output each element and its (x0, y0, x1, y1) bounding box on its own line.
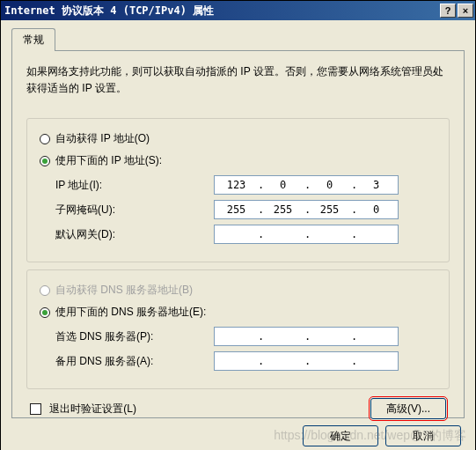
window-title: Internet 协议版本 4 (TCP/IPv4) 属性 (4, 4, 438, 18)
radio-auto-ip-label: 自动获得 IP 地址(O) (55, 131, 150, 146)
alt-dns-row: 备用 DNS 服务器(A): . . . (40, 351, 436, 371)
pref-dns-label: 首选 DNS 服务器(P): (55, 329, 214, 344)
advanced-button[interactable]: 高级(V)... (370, 398, 446, 419)
ip-oct2[interactable]: 0 (261, 176, 304, 194)
subnet-mask-label: 子网掩码(U): (55, 203, 214, 218)
ip-oct4[interactable]: 3 (355, 176, 398, 194)
client-area: 常规 如果网络支持此功能，则可以获取自动指派的 IP 设置。否则，您需要从网络系… (1, 20, 475, 450)
ip-address-row: IP 地址(I): 123. 0. 0. 3 (40, 175, 436, 195)
subnet-mask-input[interactable]: 255. 255. 255. 0 (214, 200, 399, 219)
radio-manual-dns-label: 使用下面的 DNS 服务器地址(E): (55, 305, 206, 320)
gateway-row: 默认网关(D): . . . (40, 225, 436, 244)
mask-oct2[interactable]: 255 (261, 201, 304, 218)
ip-oct3[interactable]: 0 (308, 176, 351, 194)
cancel-button[interactable]: 取消 (385, 425, 461, 446)
ip-address-input[interactable]: 123. 0. 0. 3 (214, 175, 399, 195)
dialog-window: Internet 协议版本 4 (TCP/IPv4) 属性 ? × 常规 如果网… (0, 0, 476, 450)
ok-button[interactable]: 确定 (303, 425, 378, 446)
radio-auto-ip[interactable] (40, 134, 50, 144)
mask-oct3[interactable]: 255 (308, 201, 351, 218)
tab-strip: 常规 (11, 27, 465, 50)
radio-manual-dns[interactable] (40, 307, 50, 318)
validate-on-exit-label: 退出时验证设置(L) (49, 402, 136, 415)
ip-address-label: IP 地址(I): (55, 178, 214, 193)
titlebar: Internet 协议版本 4 (TCP/IPv4) 属性 ? × (1, 1, 475, 20)
radio-auto-dns (40, 285, 50, 296)
gateway-label: 默认网关(D): (55, 227, 214, 242)
close-button[interactable]: × (458, 4, 473, 18)
tab-panel: 如果网络支持此功能，则可以获取自动指派的 IP 设置。否则，您需要从网络系统管理… (11, 50, 465, 418)
ip-oct1[interactable]: 123 (215, 176, 258, 194)
pref-dns-row: 首选 DNS 服务器(P): . . . (40, 327, 436, 346)
radio-manual-dns-row[interactable]: 使用下面的 DNS 服务器地址(E): (40, 305, 436, 320)
radio-auto-ip-row[interactable]: 自动获得 IP 地址(O) (40, 131, 436, 146)
dialog-buttons: 确定 取消 (11, 418, 465, 446)
subnet-mask-row: 子网掩码(U): 255. 255. 255. 0 (40, 200, 436, 219)
gateway-input[interactable]: . . . (214, 225, 399, 244)
bottom-row: 退出时验证设置(L) 高级(V)... (26, 398, 450, 419)
ip-group: 自动获得 IP 地址(O) 使用下面的 IP 地址(S): IP 地址(I): … (26, 118, 450, 262)
help-button[interactable]: ? (440, 4, 456, 18)
alt-dns-input[interactable]: . . . (214, 351, 399, 371)
dns-group: 自动获得 DNS 服务器地址(B) 使用下面的 DNS 服务器地址(E): 首选… (26, 269, 450, 389)
mask-oct1[interactable]: 255 (215, 201, 258, 218)
radio-manual-ip-label: 使用下面的 IP 地址(S): (55, 153, 162, 168)
radio-auto-dns-row: 自动获得 DNS 服务器地址(B) (40, 283, 436, 298)
description-text: 如果网络支持此功能，则可以获取自动指派的 IP 设置。否则，您需要从网络系统管理… (26, 63, 450, 97)
radio-auto-dns-label: 自动获得 DNS 服务器地址(B) (55, 283, 193, 298)
mask-oct4[interactable]: 0 (355, 201, 398, 218)
radio-manual-ip[interactable] (40, 156, 50, 166)
pref-dns-input[interactable]: . . . (214, 327, 399, 346)
validate-on-exit-checkbox[interactable] (30, 403, 41, 415)
radio-manual-ip-row[interactable]: 使用下面的 IP 地址(S): (40, 153, 436, 168)
tab-general[interactable]: 常规 (11, 28, 55, 51)
alt-dns-label: 备用 DNS 服务器(A): (55, 354, 214, 369)
validate-on-exit-row[interactable]: 退出时验证设置(L) (30, 402, 136, 417)
